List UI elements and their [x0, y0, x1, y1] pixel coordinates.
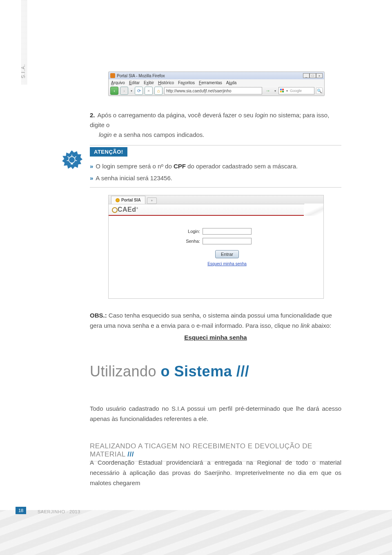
step2-text-a: Após o carregamento da página, você deve… — [98, 112, 255, 119]
svg-rect-0 — [280, 89, 282, 90]
menu-arquivo[interactable]: Arquivo — [111, 81, 125, 85]
margin-sia-label: S.I.A. — [20, 64, 26, 78]
obs-text-a: Caso tenha esquecido sua senha, o sistem… — [90, 312, 332, 329]
subheading-slashes: /// — [127, 450, 134, 458]
google-icon — [280, 89, 284, 93]
subsection-paragraph: A Coordenação Estadual providenciará a e… — [90, 458, 341, 488]
senha-input[interactable] — [203, 238, 252, 244]
go-button[interactable]: → — [264, 88, 272, 94]
step2-login-word: login — [255, 112, 268, 119]
caed-logo: CAEd♦ — [112, 206, 138, 213]
search-icon[interactable]: 🔍 — [316, 87, 323, 94]
esqueci-senha-link[interactable]: Esqueci minha senha — [207, 262, 247, 266]
attention-label: ATENÇÃO! — [90, 147, 127, 157]
close-button[interactable]: × — [316, 73, 323, 78]
svg-rect-2 — [280, 91, 282, 92]
login-label: Login: — [180, 229, 200, 234]
obs-paragraph: OBS.: Caso tenha esquecido sua senha, o … — [90, 311, 341, 342]
url-field[interactable]: http://www.sia.caedufjf.net/saerjinho — [164, 87, 262, 94]
stop-button[interactable]: × — [145, 87, 153, 95]
lightbulb-badge-icon — [61, 150, 82, 171]
login-form: Login: Senha: Entrar Esqueci minha senha — [109, 216, 323, 266]
firefox-icon — [110, 73, 115, 78]
browser-tab[interactable]: Portal SIA — [111, 196, 145, 204]
corner-graphic-icon — [304, 204, 323, 216]
browser-titlebar: Portal SIA - Mozilla Firefox _ □ × — [109, 72, 324, 79]
svg-rect-1 — [282, 89, 284, 90]
svg-marker-4 — [62, 150, 82, 169]
entrar-button[interactable]: Entrar — [215, 250, 239, 258]
footer-brand: SAERJINHO · 2013 — [38, 509, 80, 514]
browser-window: Portal SIA - Mozilla Firefox _ □ × Arqui… — [108, 72, 325, 96]
history-dropdown[interactable]: ▾ — [130, 89, 133, 93]
attention-item-2: »A senha inicial será 123456. — [90, 172, 341, 184]
menu-historico[interactable]: Histórico — [158, 81, 174, 85]
menu-editar[interactable]: Editar — [129, 81, 140, 85]
subheading-text: REALIZANDO A TICAGEM NO RECEBIMENTO E DE… — [90, 442, 312, 458]
esqueci-senha-text-link[interactable]: Esqueci minha senha — [90, 333, 341, 343]
menu-ajuda[interactable]: Ajuda — [226, 81, 237, 85]
login-panel-screenshot: Portal SIA + CAEd♦ Login: Senha: Entrar … — [108, 195, 324, 299]
step-number: 2. — [90, 112, 95, 119]
home-button[interactable]: ⌂ — [154, 87, 163, 95]
reload-button[interactable]: ⟳ — [135, 87, 143, 95]
browser-title: Portal SIA - Mozilla Firefox — [117, 74, 165, 78]
searchengine-dropdown[interactable]: ▾ — [285, 89, 289, 93]
forward-button[interactable]: › — [120, 87, 128, 95]
heading-strong: o Sistema — [161, 363, 236, 380]
minimize-button[interactable]: _ — [303, 73, 310, 78]
heading-slashes: /// — [236, 363, 249, 380]
search-placeholder: Google — [290, 89, 302, 93]
chevron-icon: » — [90, 175, 93, 181]
back-button[interactable]: ‹ — [110, 87, 118, 95]
svg-rect-3 — [282, 91, 284, 92]
step-2-paragraph: 2.Após o carregamento da página, você de… — [90, 110, 341, 140]
menu-favoritos[interactable]: Favoritos — [178, 81, 195, 85]
page-number: 18 — [16, 507, 26, 514]
step2-text-c: e a senha nos campos indicados. — [112, 131, 205, 138]
attention-item-1: »O login sempre será o nº do CPF do oper… — [90, 161, 341, 172]
new-tab-button[interactable]: + — [147, 197, 157, 204]
caed-logo-bar: CAEd♦ — [109, 204, 323, 216]
browser-toolbar: ‹ › ▾ ⟳ × ⌂ http://www.sia.caedufjf.net/… — [109, 86, 324, 96]
browser-tab-bar: Portal SIA + — [109, 195, 323, 204]
obs-text-b: abaixo: — [310, 322, 332, 329]
menu-ferramentas[interactable]: Ferramentas — [199, 81, 222, 85]
login-input[interactable] — [203, 228, 252, 235]
page-footer: 18 SAERJINHO · 2013 — [0, 506, 392, 555]
intro-paragraph: Todo usuário cadastrado no S.I.A possui … — [90, 404, 341, 424]
url-text: http://www.sia.caedufjf.net/saerjinho — [166, 89, 232, 93]
step2-login-word2: login — [99, 131, 112, 138]
go-dropdown[interactable]: ▾ — [274, 89, 277, 93]
senha-label: Senha: — [180, 239, 200, 244]
chevron-icon: » — [90, 163, 93, 170]
svg-rect-11 — [71, 163, 73, 164]
tab-title: Portal SIA — [121, 198, 141, 202]
tab-favicon-icon — [116, 198, 120, 202]
obs-link-word: link — [301, 322, 310, 329]
section-heading: Utilizando o Sistema /// — [90, 363, 249, 380]
menu-exibir[interactable]: Exibir — [144, 81, 154, 85]
heading-light: Utilizando — [90, 363, 161, 380]
obs-lead: OBS.: — [90, 312, 107, 319]
footer-diagonal-pattern — [0, 510, 392, 555]
attention-block: ATENÇÃO! »O login sempre será o nº do CP… — [61, 145, 341, 188]
browser-menubar: Arquivo Editar Exibir Histórico Favorito… — [109, 79, 324, 86]
search-field[interactable]: ▾ Google — [278, 87, 314, 94]
maximize-button[interactable]: □ — [310, 73, 316, 78]
